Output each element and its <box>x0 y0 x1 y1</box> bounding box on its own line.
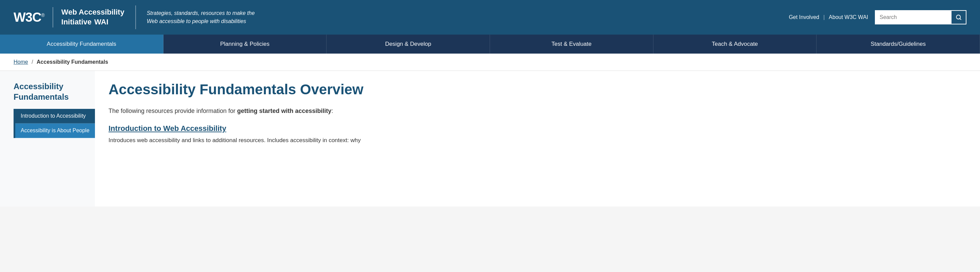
list-item: Accessibility is About People <box>15 124 95 138</box>
list-item: Introduction to Accessibility <box>15 109 95 124</box>
breadcrumb: Home / Accessibility Fundamentals <box>14 59 108 65</box>
nav-link-standards[interactable]: Standards/Guidelines <box>816 35 980 54</box>
nav-link-fundamentals[interactable]: Accessibility Fundamentals <box>0 35 164 54</box>
link-separator: | <box>823 14 825 20</box>
nav-item-standards: Standards/Guidelines <box>816 35 980 54</box>
header-links: Get Involved | About W3C WAI <box>789 14 868 20</box>
nav-item-test: Test & Evaluate <box>490 35 654 54</box>
wai-title: Web Accessibility Initiative WAI <box>61 8 124 27</box>
nav-link-planning[interactable]: Planning & Policies <box>164 35 327 54</box>
main-content: Accessibility Fundamentals Overview The … <box>95 71 980 207</box>
nav-item-fundamentals: Accessibility Fundamentals <box>0 35 164 54</box>
breadcrumb-current: Accessibility Fundamentals <box>37 59 108 65</box>
search-box <box>875 10 966 24</box>
resource-description: Introduces web accessibility and links t… <box>108 136 960 145</box>
nav-item-design: Design & Develop <box>326 35 490 54</box>
breadcrumb-home-link[interactable]: Home <box>14 59 28 65</box>
resource-intro-link[interactable]: Introduction to Web Accessibility <box>108 124 960 133</box>
search-icon <box>956 14 962 20</box>
intro-paragraph: The following resources provide informat… <box>108 106 960 116</box>
nav-list: Accessibility Fundamentals Planning & Po… <box>0 35 980 54</box>
main-nav: Accessibility Fundamentals Planning & Po… <box>0 35 980 54</box>
content-wrapper: Accessibility Fundamentals Introduction … <box>0 71 980 207</box>
search-input[interactable] <box>875 11 951 24</box>
header-divider <box>135 5 136 29</box>
sidebar-link-intro[interactable]: Introduction to Accessibility <box>15 109 95 124</box>
sidebar-nav: Introduction to Accessibility Accessibil… <box>14 109 95 138</box>
nav-link-teach[interactable]: Teach & Advocate <box>654 35 817 54</box>
svg-line-1 <box>960 18 961 19</box>
about-wai-link[interactable]: About W3C WAI <box>829 14 868 20</box>
logo-divider <box>52 7 53 27</box>
sidebar-list: Introduction to Accessibility Accessibil… <box>15 109 95 138</box>
get-involved-link[interactable]: Get Involved <box>789 14 819 20</box>
sidebar-title: Accessibility Fundamentals <box>14 81 95 103</box>
tagline: Strategies, standards, resources to make… <box>147 9 255 25</box>
breadcrumb-separator: / <box>32 59 33 65</box>
nav-link-design[interactable]: Design & Develop <box>326 35 490 54</box>
page-title: Accessibility Fundamentals Overview <box>108 81 960 98</box>
nav-link-test[interactable]: Test & Evaluate <box>490 35 654 54</box>
w3c-logo: W3C® <box>14 11 45 24</box>
site-header: W3C® Web Accessibility Initiative WAI St… <box>0 0 980 35</box>
search-button[interactable] <box>951 11 966 24</box>
nav-item-teach: Teach & Advocate <box>654 35 817 54</box>
sidebar-link-about-people[interactable]: Accessibility is About People <box>15 124 95 138</box>
w3c-wordmark: W3C® <box>14 11 45 24</box>
logo-area: W3C® Web Accessibility Initiative WAI St… <box>14 5 255 29</box>
header-right: Get Involved | About W3C WAI <box>789 10 966 24</box>
breadcrumb-bar: Home / Accessibility Fundamentals <box>0 54 980 71</box>
sidebar: Accessibility Fundamentals Introduction … <box>0 71 95 207</box>
nav-item-planning: Planning & Policies <box>164 35 327 54</box>
